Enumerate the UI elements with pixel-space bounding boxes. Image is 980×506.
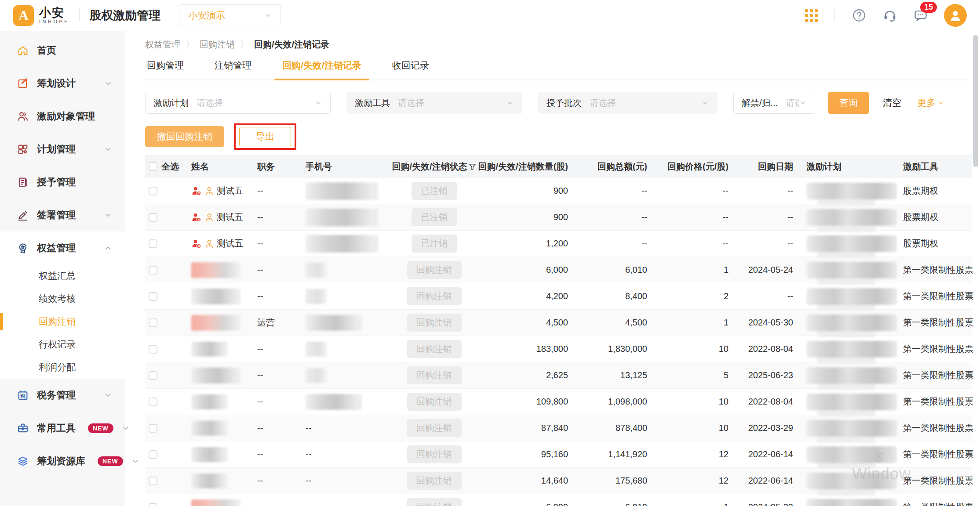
row-checkbox[interactable] <box>149 266 157 275</box>
cell-status: 已注销 <box>383 208 486 226</box>
cell-text: 14,640 <box>541 476 568 486</box>
redacted-name <box>191 262 240 278</box>
row-checkbox[interactable] <box>149 450 157 459</box>
cell-price: -- <box>659 186 741 196</box>
cell-date: 2024-05-30 <box>741 318 800 328</box>
cell-text: 2022-08-04 <box>748 397 793 407</box>
row-checkbox[interactable] <box>149 239 157 248</box>
sidebar-item-签署管理[interactable]: 签署管理 <box>0 199 125 231</box>
cell-text: 1 <box>724 502 729 506</box>
user-avatar[interactable] <box>944 4 967 27</box>
filter-select-激励工具[interactable]: 激励工具请选择 <box>346 92 522 114</box>
table-row: --回购注销4,2008,4002--第一类限制性股票 <box>145 283 972 310</box>
redacted-phone <box>306 209 378 226</box>
redacted-plan <box>806 183 897 199</box>
sidebar-item-筹划资源库[interactable]: 筹划资源库NEW <box>0 445 125 477</box>
row-checkbox[interactable] <box>149 292 157 301</box>
row-checkbox[interactable] <box>149 345 157 354</box>
sidebar-item-授予管理[interactable]: 授予管理 <box>0 166 125 199</box>
sidebar-subitem-绩效考核[interactable]: 绩效考核 <box>0 287 125 310</box>
table-header-row: 全选姓名职务手机号回购/失效/注销状态回购/失效/注销数量(股)回购总额(元)回… <box>145 155 972 178</box>
sidebar-subitem-行权记录[interactable]: 行权记录 <box>0 333 125 356</box>
funnel-icon[interactable] <box>468 163 477 171</box>
apps-grid-icon[interactable] <box>805 9 818 22</box>
cell-select <box>145 187 187 195</box>
status-badge: 已注销 <box>412 235 457 253</box>
sidebar-subitem-权益汇总[interactable]: 权益汇总 <box>0 264 125 287</box>
row-checkbox[interactable] <box>149 187 157 195</box>
status-badge: 回购注销 <box>407 393 462 411</box>
sidebar-item-计划管理[interactable]: 计划管理 <box>0 133 125 166</box>
cell-text: 10 <box>719 423 729 433</box>
member-removed-icon[interactable] <box>191 239 202 249</box>
member-icon[interactable] <box>204 186 215 196</box>
breadcrumb-item[interactable]: 回购注销 <box>200 39 235 51</box>
topbar: A 小安 INHOPE 股权激励管理 小安演示 15 <box>0 0 980 31</box>
cell-text: 6,010 <box>625 265 647 275</box>
row-checkbox[interactable] <box>149 213 157 222</box>
cell-tool: 第一类限制性股票 <box>901 343 972 355</box>
sidebar-item-权益管理[interactable]: 权益管理 <box>0 231 125 264</box>
sidebar-item-筹划设计[interactable]: 筹划设计 <box>0 67 125 100</box>
help-icon[interactable] <box>852 8 867 23</box>
workspace-selector[interactable]: 小安演示 <box>179 4 281 26</box>
member-icon[interactable] <box>204 212 215 223</box>
cell-total: 1,098,000 <box>580 397 659 407</box>
cell-tool: 股票期权 <box>901 211 972 223</box>
sidebar-item-首页[interactable]: 首页 <box>0 34 125 67</box>
export-button[interactable]: 导出 <box>239 127 291 146</box>
select-all-checkbox[interactable] <box>149 162 157 171</box>
breadcrumb-item[interactable]: 权益管理 <box>145 39 180 51</box>
sidebar-item-常用工具[interactable]: 常用工具NEW <box>0 412 125 445</box>
status-badge: 回购注销 <box>407 340 462 358</box>
cell-plan <box>800 262 901 278</box>
sidebar-item-税务管理[interactable]: 税税务管理 <box>0 379 125 412</box>
more-filters-link[interactable]: 更多 <box>917 97 944 109</box>
breadcrumb-separator: 〉 <box>240 39 249 51</box>
member-removed-icon[interactable] <box>191 212 202 223</box>
svg-text:税: 税 <box>20 393 26 398</box>
page-scrollbar[interactable] <box>973 35 978 502</box>
member-icon[interactable] <box>204 239 215 249</box>
cell-text: 2022-06-14 <box>748 476 793 486</box>
cell-date: 2022-08-04 <box>741 344 800 354</box>
column-label: 职务 <box>257 161 275 173</box>
cell-status: 回购注销 <box>383 261 486 279</box>
sidebar-item-激励对象管理[interactable]: 激励对象管理 <box>0 100 125 133</box>
filter-select-授予批次[interactable]: 授予批次请选择 <box>538 92 718 114</box>
tab-注销管理[interactable]: 注销管理 <box>213 58 253 80</box>
sidebar-subitem-利润分配[interactable]: 利润分配 <box>0 356 125 379</box>
support-headset-icon[interactable] <box>882 8 897 23</box>
row-checkbox[interactable] <box>149 503 157 506</box>
row-checkbox[interactable] <box>149 477 157 485</box>
member-removed-icon[interactable] <box>191 186 202 196</box>
row-checkbox[interactable] <box>149 318 157 327</box>
column-label: 姓名 <box>191 161 209 173</box>
cell-qty: 95,160 <box>486 449 580 459</box>
equity-icon <box>17 242 29 254</box>
chevron-up-icon <box>104 244 113 253</box>
cell-status: 回购注销 <box>383 445 486 463</box>
filter-select-激励计划[interactable]: 激励计划请选择 <box>145 92 331 114</box>
cell-date: -- <box>741 239 800 249</box>
cell-phone <box>301 315 383 331</box>
cell-phone <box>301 289 383 304</box>
clear-button[interactable]: 清空 <box>883 97 901 109</box>
tab-收回记录[interactable]: 收回记录 <box>390 58 431 80</box>
cell-text: -- <box>257 502 263 506</box>
search-button[interactable]: 查询 <box>828 92 869 114</box>
divider <box>834 9 835 22</box>
row-checkbox[interactable] <box>149 424 157 433</box>
withdraw-buyback-button[interactable]: 撤回回购注销 <box>145 126 224 147</box>
sidebar-subitem-回购注销[interactable]: 回购注销 <box>0 310 125 333</box>
filter-select-解禁/归...[interactable]: 解禁/归...请选择 <box>733 92 815 114</box>
column-label: 回购/失效/注销数量(股) <box>478 161 568 173</box>
cell-text: 1 <box>724 318 729 328</box>
cell-text: -- <box>257 344 263 354</box>
messages-icon[interactable]: 15 <box>913 8 928 23</box>
row-checkbox[interactable] <box>149 398 157 406</box>
scrollbar-thumb[interactable] <box>973 35 978 167</box>
tab-回购管理[interactable]: 回购管理 <box>145 58 186 80</box>
tab-回购/失效/注销记录[interactable]: 回购/失效/注销记录 <box>281 58 363 80</box>
row-checkbox[interactable] <box>149 371 157 380</box>
